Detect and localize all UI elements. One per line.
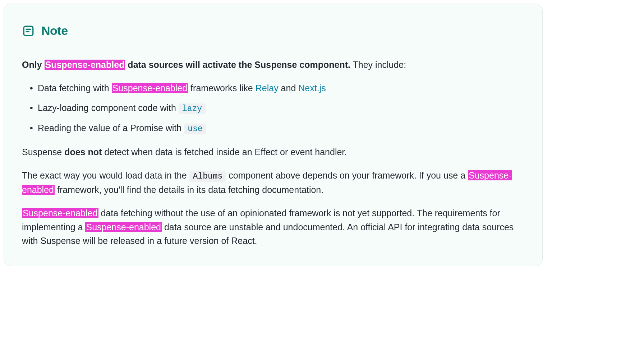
use-code-link[interactable]: use [184,124,206,134]
paragraph-unstable: Suspense-enabled data fetching without t… [22,206,524,248]
paragraph-does-not: Suspense does not detect when data is fe… [22,145,524,159]
bold-does-not: does not [64,147,102,157]
albums-code: Albums [189,171,226,182]
note-content: Only Suspense-enabled data sources will … [22,58,524,248]
note-title: Note [41,24,68,38]
highlight-term: Suspense-enabled [22,208,98,218]
svg-rect-0 [24,26,33,36]
note-icon [22,24,35,37]
intro-paragraph: Only Suspense-enabled data sources will … [22,58,524,72]
bullet-list: Data fetching with Suspense-enabled fram… [22,81,524,136]
note-callout: Note Only Suspense-enabled data sources … [4,4,543,266]
list-item: Data fetching with Suspense-enabled fram… [38,81,524,95]
intro-bold: Only Suspense-enabled data sources will … [22,60,350,70]
highlight-term: Suspense-enabled [85,222,162,232]
relay-link[interactable]: Relay [256,83,279,93]
paragraph-albums: The exact way you would load data in the… [22,169,524,197]
highlight-term: Suspense-enabled [45,60,125,70]
nextjs-link[interactable]: Next.js [298,83,326,93]
note-header: Note [22,24,524,38]
lazy-code-link[interactable]: lazy [179,103,206,114]
list-item: Reading the value of a Promise with use [38,121,524,136]
list-item: Lazy-loading component code with lazy [38,101,524,116]
highlight-term: Suspense-enabled [112,83,188,93]
